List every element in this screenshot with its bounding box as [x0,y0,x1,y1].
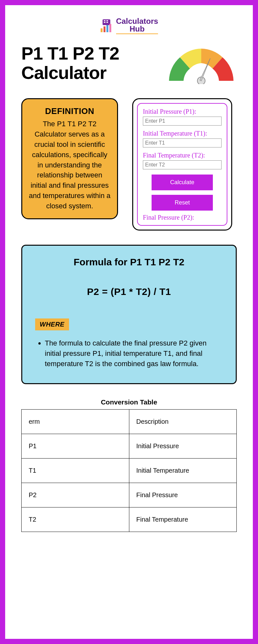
formula-heading: Formula for P1 T1 P2 T2 [35,257,223,268]
t1-input[interactable] [143,138,222,147]
calculate-button[interactable]: Calculate [152,175,213,190]
table-row: P2 Final Pressure [22,483,237,507]
table-cell: Initial Pressure [129,434,237,458]
table-row: T2 Final Temperature [22,507,237,532]
table-cell: P2 [22,483,129,507]
t1-field: Initial Temperature (T1): [143,129,222,147]
svg-rect-4 [106,22,108,23]
svg-rect-6 [104,26,105,32]
result-label: Final Pressure (P2): [143,214,222,221]
calculator-card: Initial Pressure (P1): Initial Temperatu… [132,98,232,231]
svg-rect-3 [104,22,105,23]
mid-row: DEFINITION The P1 T1 P2 T2 Calculator se… [21,98,237,231]
formula-equation: P2 = (P1 * T2) / T1 [35,286,223,297]
logo-text-1: Calculators [116,17,158,25]
logo: Calculators Hub [100,17,158,34]
svg-rect-8 [109,24,111,32]
button-group: Calculate Reset [143,175,222,211]
formula-card: Formula for P1 T1 P2 T2 P2 = (P1 * T2) /… [21,245,237,384]
t2-input[interactable] [143,160,222,169]
calculator-bars-icon [100,19,113,32]
calculator-inner: Initial Pressure (P1): Initial Temperatu… [137,103,227,226]
svg-rect-2 [106,20,108,21]
p1-label: Initial Pressure (P1): [143,108,222,115]
reset-button[interactable]: Reset [152,195,213,211]
formula-description: The formula to calculate the final press… [45,338,223,369]
table-cell: T2 [22,507,129,532]
page-title: P1 T1 P2 T2 Calculator [21,44,166,83]
table-cell: Final Pressure [129,483,237,507]
table-cell: erm [22,409,129,434]
svg-rect-5 [101,28,103,32]
table-cell: Description [129,409,237,434]
formula-description-list: The formula to calculate the final press… [35,338,223,369]
definition-body: The P1 T1 P2 T2 Calculator serves as a c… [29,119,111,211]
conversion-table: erm Description P1 Initial Pressure T1 I… [21,409,237,532]
svg-rect-1 [104,20,105,21]
conversion-table-title: Conversion Table [21,398,237,406]
t1-label: Initial Temperature (T1): [143,129,222,137]
table-cell: Initial Temperature [129,458,237,483]
table-cell: P1 [22,434,129,458]
definition-heading: DEFINITION [29,106,111,116]
table-cell: Final Temperature [129,507,237,532]
table-row: erm Description [22,409,237,434]
logo-area: Calculators Hub [21,17,237,34]
t2-label: Final Temperature (T2): [143,151,222,159]
where-badge: WHERE [35,318,69,330]
p1-input[interactable] [143,117,222,126]
hero-row: P1 T1 P2 T2 Calculator [21,44,237,83]
table-row: P1 Initial Pressure [22,434,237,458]
table-row: T1 Initial Temperature [22,458,237,483]
t2-field: Final Temperature (T2): [143,151,222,169]
page: Calculators Hub P1 T1 P2 T2 Calculator D… [5,5,253,639]
p1-field: Initial Pressure (P1): [143,108,222,126]
logo-text: Calculators Hub [116,17,158,34]
gauge-icon [166,45,237,81]
table-cell: T1 [22,458,129,483]
definition-card: DEFINITION The P1 T1 P2 T2 Calculator se… [21,98,118,219]
svg-rect-7 [106,25,108,32]
logo-text-2: Hub [116,25,158,34]
